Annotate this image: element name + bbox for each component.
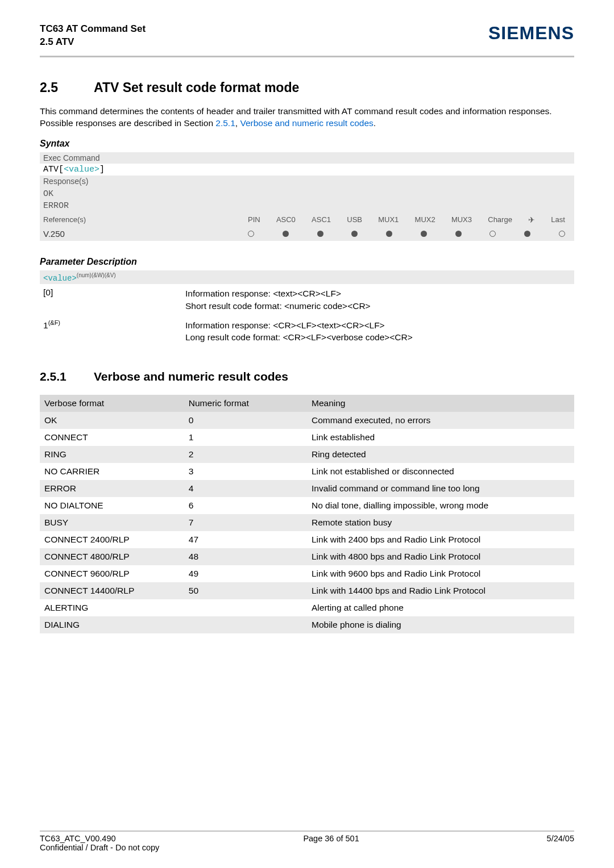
footer-right: 5/24/05: [547, 834, 574, 843]
resp-ok: OK: [43, 188, 571, 200]
table-cell: [184, 616, 307, 633]
param-key: [0]: [43, 287, 185, 312]
table-cell: Link with 4800 bps and Radio Link Protoc…: [307, 548, 574, 565]
table-cell: 48: [184, 548, 307, 565]
ref-col: ✈: [528, 215, 535, 224]
param-hdr-value: <value>: [43, 273, 77, 282]
table-row: OK0Command executed, no errors: [40, 412, 574, 429]
table-cell: Link established: [307, 429, 574, 446]
para-end: .: [374, 118, 376, 128]
exec-command-label: Exec Command: [40, 152, 574, 164]
header-rule: [40, 56, 574, 57]
cmd-prefix: ATV[: [43, 165, 64, 174]
table-cell: Link not established or disconnected: [307, 463, 574, 480]
page-footer: TC63_ATC_V00.490 Page 36 of 501 5/24/05 …: [40, 828, 574, 852]
table-header: Verbose format: [40, 395, 184, 412]
table-row: NO DIALTONE6No dial tone, dialling impos…: [40, 497, 574, 514]
table-cell: Link with 14400 bps and Radio Link Proto…: [307, 582, 574, 599]
section-paragraph: This command determines the contents of …: [40, 106, 574, 130]
reference-data-row: V.250: [40, 227, 574, 241]
doc-subtitle: 2.5 ATV: [40, 36, 146, 49]
table-cell: Mobile phone is dialing: [307, 616, 574, 633]
param-key: 1(&F): [43, 319, 185, 344]
reference-label: Reference(s): [43, 215, 248, 224]
table-cell: Link with 9600 bps and Radio Link Protoc…: [307, 565, 574, 582]
dot-filled-icon: [386, 229, 392, 239]
parameter-header: <value>(num)(&W)(&V): [40, 270, 574, 285]
table-row: BUSY7Remote station busy: [40, 514, 574, 531]
dot-filled-icon: [524, 229, 530, 239]
cmd-suffix: ]: [99, 165, 105, 174]
dot-filled-icon: [421, 229, 427, 239]
ref-col: MUX3: [451, 215, 472, 224]
table-cell: Link with 2400 bps and Radio Link Protoc…: [307, 531, 574, 548]
link-section-ref[interactable]: 2.5.1: [215, 118, 235, 128]
table-cell: 0: [184, 412, 307, 429]
table-cell: 7: [184, 514, 307, 531]
dot-empty-icon: [559, 229, 565, 239]
link-verbose-codes[interactable]: Verbose and numeric result codes: [240, 118, 373, 128]
dot-filled-icon: [317, 229, 323, 239]
table-cell: CONNECT: [40, 429, 184, 446]
table-cell: 2: [184, 446, 307, 463]
footer-left: TC63_ATC_V00.490: [40, 834, 116, 843]
syntax-label: Syntax: [40, 139, 574, 149]
table-cell: [184, 599, 307, 616]
param-hdr-sup: (num)(&W)(&V): [77, 272, 116, 278]
table-row: CONNECT 2400/RLP47Link with 2400 bps and…: [40, 531, 574, 548]
table-header: Meaning: [307, 395, 574, 412]
table-cell: Alerting at called phone: [307, 599, 574, 616]
footer-rule: [40, 831, 574, 832]
dot-filled-icon: [351, 229, 358, 239]
resp-error: ERROR: [43, 200, 571, 212]
dot-filled-icon: [455, 229, 462, 239]
table-row: CONNECT 4800/RLP48Link with 4800 bps and…: [40, 548, 574, 565]
ref-col: ASC1: [312, 215, 331, 224]
table-row: CONNECT1Link established: [40, 429, 574, 446]
param-description: Information response: <text><CR><LF>Shor…: [185, 287, 571, 312]
table-row: DIALINGMobile phone is dialing: [40, 616, 574, 633]
ref-col: MUX2: [415, 215, 435, 224]
table-cell: Invalid command or command line too long: [307, 480, 574, 497]
dot-filled-icon: [283, 229, 289, 239]
param-row: 1(&F)Information response: <CR><LF><text…: [40, 316, 574, 347]
table-cell: ALERTING: [40, 599, 184, 616]
subsection-number: 2.5.1: [40, 370, 94, 383]
table-row: RING2Ring detected: [40, 446, 574, 463]
param-row: [0]Information response: <text><CR><LF>S…: [40, 284, 574, 315]
table-cell: 47: [184, 531, 307, 548]
parameter-description-label: Parameter Description: [40, 257, 574, 267]
table-cell: Command executed, no errors: [307, 412, 574, 429]
table-cell: BUSY: [40, 514, 184, 531]
brand-logo: SIEMENS: [488, 23, 574, 44]
footer-center: Page 36 of 501: [303, 834, 359, 843]
dot-empty-icon: [248, 229, 254, 239]
ref-col: Charge: [488, 215, 512, 224]
subsection-heading: 2.5.1Verbose and numeric result codes: [40, 370, 574, 383]
table-cell: CONNECT 4800/RLP: [40, 548, 184, 565]
ref-col: MUX1: [378, 215, 399, 224]
ref-col: ASC0: [276, 215, 296, 224]
param-description: Information response: <CR><LF><text><CR>…: [185, 319, 571, 344]
table-cell: 50: [184, 582, 307, 599]
ref-col: Last: [551, 215, 565, 224]
section-heading: 2.5ATV Set result code format mode: [40, 80, 574, 95]
table-cell: 3: [184, 463, 307, 480]
table-cell: DIALING: [40, 616, 184, 633]
table-cell: NO DIALTONE: [40, 497, 184, 514]
responses-label: Response(s): [40, 176, 574, 187]
cmd-value-token: <value>: [64, 165, 99, 174]
table-cell: OK: [40, 412, 184, 429]
reference-value: V.250: [43, 229, 248, 239]
table-row: ALERTINGAlerting at called phone: [40, 599, 574, 616]
table-cell: 1: [184, 429, 307, 446]
table-cell: No dial tone, dialling impossible, wrong…: [307, 497, 574, 514]
ref-col: USB: [347, 215, 362, 224]
table-cell: RING: [40, 446, 184, 463]
table-cell: ERROR: [40, 480, 184, 497]
table-row: ERROR4Invalid command or command line to…: [40, 480, 574, 497]
table-cell: CONNECT 14400/RLP: [40, 582, 184, 599]
reference-header-row: Reference(s) PINASC0ASC1USBMUX1MUX2MUX3C…: [40, 213, 574, 227]
table-cell: NO CARRIER: [40, 463, 184, 480]
table-row: CONNECT 9600/RLP49Link with 9600 bps and…: [40, 565, 574, 582]
